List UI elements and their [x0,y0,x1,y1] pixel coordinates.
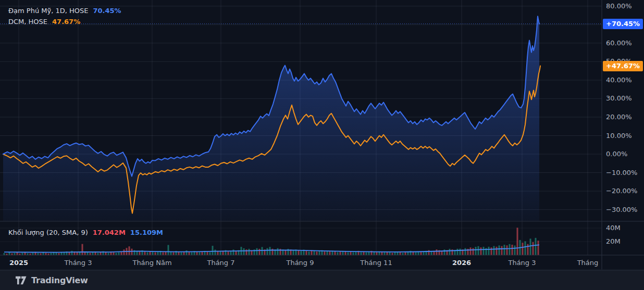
time-scale-tick: 2025 [9,259,28,267]
chart-pane[interactable]: Đạm Phú Mỹ, 1D, HOSE 70.45% DCM, HOSE 47… [0,0,644,290]
volume-scale-tick: 20M [606,237,621,245]
time-axis[interactable]: 2025Tháng 3Tháng NămTháng 7Tháng 9Tháng … [0,255,644,270]
price-axis[interactable]: 80.00%60.00%50.00%40.00%30.00%20.00%10.0… [602,0,644,270]
price-scale-tick: 40.00% [606,76,632,84]
tradingview-logo-text: TradingView [31,275,88,285]
tradingview-chart-window: Đạm Phú Mỹ, 1D, HOSE 70.45% DCM, HOSE 47… [0,0,644,290]
price-scale-tick: 80.00% [606,2,632,10]
time-scale-tick: Tháng 7 [207,259,234,267]
volume-current-value: 17.042M [93,229,126,236]
price-scale-tick: −20.00% [606,187,637,195]
volume-indicator-title: Khối lượng (20, SMA, 9) [8,229,88,236]
tradingview-logo-icon [16,276,27,285]
price-scale-tick: 10.00% [606,132,632,140]
footer-bar: TradingView [0,270,644,290]
time-scale-tick: Tháng 3 [64,259,92,267]
volume-ma-value: 15.109M [130,229,163,236]
volume-legend[interactable]: Khối lượng (20, SMA, 9) 17.042M 15.109M [8,229,163,236]
legend-row-main-symbol[interactable]: Đạm Phú Mỹ, 1D, HOSE 70.45% [8,5,121,16]
price-scale-tick: 60.00% [606,39,632,47]
time-scale-tick: Tháng 3 [508,259,536,267]
main-symbol-title: Đạm Phú Mỹ, 1D, HOSE [8,7,88,15]
area-fill-main-series [3,16,539,221]
price-scale-tick: −10.00% [606,169,637,176]
time-scale-tick: 2026 [452,259,471,267]
symbol-legend: Đạm Phú Mỹ, 1D, HOSE 70.45% DCM, HOSE 47… [8,5,121,27]
price-label-badge-compare: +47.67% [603,61,643,71]
legend-row-compare-symbol[interactable]: DCM, HOSE 47.67% [8,16,121,27]
time-scale-tick: Tháng 11 [360,259,392,267]
price-scale-tick: 20.00% [606,113,632,121]
volume-scale-tick: 40M [606,224,621,232]
time-scale-tick: Tháng Năm [132,259,171,267]
tradingview-logo[interactable]: TradingView [16,275,88,285]
time-scale-tick: Tháng [577,259,599,267]
main-symbol-change-value: 70.45% [93,7,121,15]
price-scale-tick: 30.00% [606,94,632,102]
price-scale-tick: −30.00% [606,206,637,213]
time-scale-tick: Tháng 9 [286,259,314,267]
compare-symbol-title: DCM, HOSE [8,18,47,26]
price-label-badge-main: +70.45% [603,19,643,29]
price-scale-tick: 0.00% [606,150,627,158]
compare-symbol-change-value: 47.67% [52,18,80,26]
